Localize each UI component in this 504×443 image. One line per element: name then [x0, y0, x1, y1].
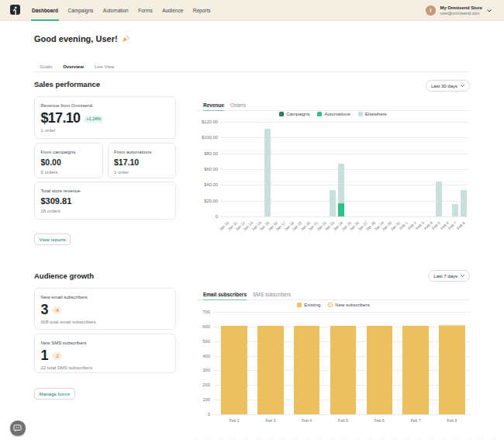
card-subtext: 1 order: [41, 128, 170, 133]
y-axis-tick: $20.00: [197, 199, 218, 203]
sales-chart-plot: $120.00$100.00$80.00$60.00$40.00$20.000J…: [197, 99, 469, 231]
peek-tick: [208, 438, 211, 441]
bar-new-subscribers-feb-8: [439, 325, 464, 326]
bar-elsewhere-feb-5: [436, 182, 442, 216]
peek-tick: [394, 438, 397, 441]
new-sms-value: 1: [41, 348, 48, 362]
audience-section-title: Audience growth: [34, 272, 94, 280]
email-delta-badge: -6: [52, 306, 62, 314]
gridline: [221, 216, 468, 217]
y-axis-tick: $100.00: [197, 135, 218, 140]
bar-elsewhere-feb-7: [452, 204, 458, 216]
nav-item-automation[interactable]: Automation: [102, 0, 129, 21]
peek-tick: [444, 438, 447, 441]
peek-tick: [257, 438, 261, 441]
nav-item-reports[interactable]: Reports: [192, 0, 212, 21]
bar-existing-feb-7: [402, 326, 428, 414]
tab-overview[interactable]: Overview: [63, 61, 84, 72]
card-subtext: 18 orders: [41, 209, 170, 213]
audience-range-dropdown[interactable]: Last 7 days: [428, 270, 470, 282]
peek-tick: [468, 438, 471, 441]
y-axis-tick: 500: [197, 339, 210, 344]
audience-stat-cards: New email subscribers 3 -6 608 total ema…: [34, 288, 176, 373]
peek-tick: [357, 438, 360, 441]
sales-section-title: Sales performance: [34, 80, 100, 88]
revenue-from-omnisend-card: Revenue from Omnisend $17.10 +1.24% 1 or…: [34, 96, 176, 139]
peek-tick: [233, 438, 236, 441]
greeting-title: Good evening, User!: [34, 34, 129, 43]
store-name: My Omnisend Store: [440, 5, 482, 11]
x-axis-label: Feb 3: [265, 418, 275, 423]
audience-chart: Email subscribersSMS subscribers Existin…: [197, 290, 470, 430]
peek-tick: [406, 438, 409, 441]
peek-tick: [369, 438, 372, 441]
bar-existing-feb-6: [367, 326, 392, 414]
card-subtext: 608 total email subscribers: [41, 320, 170, 324]
bar-existing-feb-2: [221, 326, 247, 414]
x-axis-label: Feb 2: [230, 418, 240, 423]
sales-range-label: Last 30 days: [431, 84, 457, 88]
nav-item-audience[interactable]: Audience: [161, 0, 184, 21]
sms-delta-badge: -2: [52, 352, 62, 360]
account-menu[interactable]: I My Omnisend Store user@omnisend.com: [426, 0, 492, 21]
automations-value: $17.10: [114, 158, 170, 167]
y-axis-tick: 0: [197, 412, 210, 417]
x-axis-label: Feb 5: [338, 418, 348, 423]
card-label: From campaigns: [41, 150, 97, 154]
card-subtext: 22 total SMS subscribers: [41, 365, 170, 370]
y-axis-tick: 700: [197, 310, 210, 314]
main-nav: DashboardCampaignsAutomationFormsAudienc…: [31, 0, 212, 21]
card-subtext: 1 order: [114, 170, 170, 175]
audience-chart-plot: 7006005004003002001000Feb 2Feb 3Feb 4Feb…: [197, 290, 470, 430]
from-campaigns-card: From campaigns $0.00 0 orders: [34, 143, 103, 178]
y-axis-tick: 0: [197, 214, 218, 219]
y-axis-tick: $120.00: [197, 119, 218, 124]
view-reports-button[interactable]: View reports: [34, 234, 71, 245]
chat-launcher-button[interactable]: [10, 421, 26, 436]
peek-tick: [220, 438, 223, 441]
store-email: user@omnisend.com: [440, 11, 482, 16]
from-automations-card: From automations $17.10 1 order: [108, 143, 177, 178]
tab-live-view[interactable]: Live View: [95, 61, 115, 72]
peek-tick: [195, 438, 198, 441]
peek-tick: [245, 438, 248, 441]
x-axis-label: Feb 7: [411, 418, 421, 423]
gridline: [213, 414, 470, 415]
sales-stat-cards: Revenue from Omnisend $17.10 +1.24% 1 or…: [34, 96, 176, 220]
party-popper-icon: [122, 35, 129, 43]
total-store-revenue-card: Total store revenue $309.81 18 orders: [34, 182, 176, 220]
peek-tick: [295, 438, 298, 441]
greeting-text: Good evening, User!: [34, 34, 118, 43]
card-label: Revenue from Omnisend: [41, 103, 170, 108]
bar-elsewhere-jan-23: [330, 190, 336, 216]
total-revenue-value: $309.81: [41, 197, 170, 206]
nav-item-dashboard[interactable]: Dashboard: [31, 0, 59, 21]
nav-item-campaigns[interactable]: Campaigns: [67, 0, 94, 21]
x-axis-label: Feb 8: [456, 220, 466, 230]
tab-goals[interactable]: Goals: [40, 61, 53, 72]
gridline: [221, 185, 468, 185]
chat-bubble-icon: [13, 424, 22, 432]
peek-tick: [270, 438, 273, 441]
audience-range-label: Last 7 days: [433, 274, 457, 279]
omnisend-logo-icon[interactable]: [10, 4, 20, 14]
sales-range-dropdown[interactable]: Last 30 days: [426, 80, 470, 92]
page-tabs: GoalsOverviewLive View: [34, 61, 469, 72]
bar-elsewhere-jan-24: [338, 164, 344, 203]
campaigns-value: $0.00: [41, 158, 97, 167]
revenue-value: $17.10: [41, 111, 81, 125]
x-axis-label: Feb 6: [375, 418, 385, 423]
x-axis-label: Feb 8: [447, 418, 457, 423]
nav-item-forms[interactable]: Forms: [137, 0, 153, 21]
chevron-down-icon: [461, 85, 464, 88]
card-label: New email subscribers: [41, 295, 170, 299]
manage-forms-button[interactable]: Manage forms: [34, 388, 75, 400]
bar-existing-feb-3: [257, 326, 283, 414]
new-email-value: 3: [41, 303, 48, 317]
y-axis-tick: 600: [197, 324, 210, 329]
gridline: [213, 312, 470, 313]
bar-existing-feb-8: [439, 326, 464, 414]
peek-tick: [332, 438, 335, 441]
y-axis-tick: 300: [197, 368, 210, 372]
card-subtext: 0 orders: [41, 170, 97, 175]
